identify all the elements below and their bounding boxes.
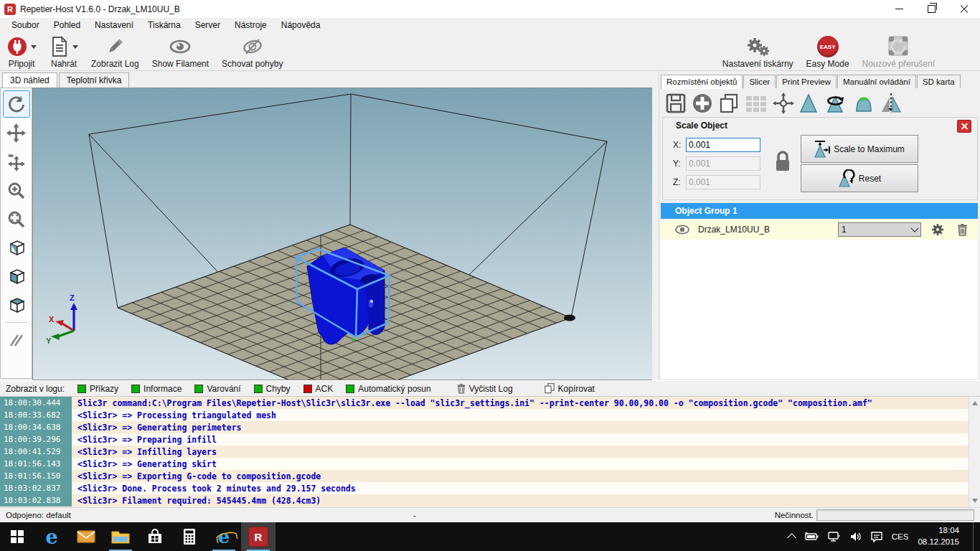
isometric-view-tool[interactable] — [3, 234, 30, 261]
info-checkbox[interactable] — [131, 385, 140, 393]
filter-errors[interactable]: Chyby — [254, 384, 291, 394]
menu-pohled[interactable]: Pohled — [47, 18, 88, 33]
taskbar-mail[interactable] — [69, 522, 103, 551]
scale-to-maximum-button[interactable]: Scale to Maximum — [801, 135, 918, 163]
scale-y-input[interactable] — [686, 156, 760, 171]
autoscroll-checkbox[interactable] — [346, 385, 354, 393]
tab-print-preview[interactable]: Print Preview — [776, 75, 837, 88]
front-view-tool[interactable] — [3, 263, 30, 290]
menu-napoveda[interactable]: Nápověda — [274, 18, 328, 33]
log-row[interactable]: 18:01:56.143<Slic3r> => Generating skirt — [0, 458, 980, 470]
delete-object-trash-icon[interactable] — [957, 223, 968, 236]
reset-scale-button[interactable]: Reset — [801, 164, 918, 192]
network-icon[interactable] — [828, 532, 841, 542]
errors-checkbox[interactable] — [254, 385, 263, 393]
tab-3d-preview[interactable]: 3D náhled — [2, 72, 57, 88]
taskbar-clock[interactable]: 18:04 08.12.2015 — [918, 525, 959, 547]
object-list-row[interactable]: Drzak_LM10UU_B 1 — [661, 219, 978, 240]
3d-viewport[interactable]: Z X Y — [32, 88, 653, 380]
log-row[interactable]: 18:00:30.444Slic3r command:C:\Program Fi… — [0, 397, 980, 409]
show-log-button[interactable]: Zobrazit Log — [85, 33, 146, 70]
commands-checkbox[interactable] — [77, 385, 86, 393]
log-row[interactable]: 18:03:02.837<Slic3r> Done. Process took … — [0, 482, 980, 494]
zoom-in-tool[interactable] — [3, 176, 30, 204]
scroll-up-icon[interactable] — [972, 401, 978, 405]
load-dropdown-icon[interactable] — [72, 45, 78, 49]
tray-expand-icon[interactable] — [787, 533, 796, 542]
filter-ack[interactable]: ACK — [303, 384, 334, 394]
move-view-tool[interactable] — [3, 119, 30, 146]
save-icon[interactable] — [665, 93, 687, 114]
easy-mode-button[interactable]: EASY Easy Mode — [800, 33, 856, 70]
panel-splitter[interactable] — [652, 71, 659, 380]
log-row[interactable]: 18:00:41.529<Slic3r> => Infilling layers — [0, 446, 980, 458]
show-filament-button[interactable]: Show Filament — [146, 33, 215, 70]
volume-icon[interactable] — [850, 532, 862, 542]
add-object-icon[interactable] — [692, 93, 713, 114]
tab-object-placement[interactable]: Rozmístění objektů — [661, 75, 743, 89]
load-button[interactable]: Nahrát — [43, 33, 85, 70]
ack-checkbox[interactable] — [303, 385, 312, 393]
object-settings-gear-icon[interactable] — [931, 223, 944, 236]
filter-autoscroll[interactable]: Automatický posun — [346, 384, 430, 394]
log-scrollbar[interactable] — [969, 397, 980, 507]
log-row[interactable]: 18:03:02.838<Slic3r> Filament required: … — [0, 494, 980, 507]
connect-button[interactable]: Připojit — [0, 33, 43, 70]
center-object-icon[interactable] — [773, 93, 794, 114]
menu-nastaveni[interactable]: Nastavení — [88, 18, 141, 33]
taskbar-calculator[interactable] — [172, 522, 207, 551]
tab-manual-control[interactable]: Manuální ovládání — [837, 75, 916, 88]
minimize-button[interactable] — [883, 0, 915, 18]
object-group-header[interactable]: Object Group 1 — [661, 203, 978, 219]
log-row[interactable]: 18:00:33.682<Slic3r> => Processing trian… — [0, 409, 980, 421]
mirror-object-icon[interactable] — [880, 93, 902, 114]
move-object-tool[interactable] — [3, 148, 30, 175]
action-center-icon[interactable] — [871, 532, 882, 542]
taskbar-edge[interactable]: e — [34, 522, 69, 551]
scale-z-input[interactable] — [686, 175, 760, 189]
menu-server[interactable]: Server — [188, 18, 227, 33]
taskbar-repetier-host[interactable]: R — [241, 522, 275, 551]
log-row[interactable]: 18:01:56.150<Slic3r> => Exporting G-code… — [0, 470, 980, 482]
filter-commands[interactable]: Příkazy — [77, 384, 118, 394]
start-button[interactable] — [0, 522, 34, 551]
taskbar-store[interactable] — [138, 522, 172, 551]
copy-object-icon[interactable] — [718, 93, 740, 114]
show-desktop-button[interactable] — [973, 522, 977, 551]
zoom-fit-tool[interactable] — [3, 205, 30, 232]
warnings-checkbox[interactable] — [194, 385, 203, 393]
tab-sd-card[interactable]: SD karta — [917, 75, 961, 88]
scale-object-icon[interactable] — [799, 93, 818, 114]
copies-dropdown[interactable]: 1 — [838, 222, 921, 237]
clear-log-button[interactable]: Vyčistit Log — [457, 383, 513, 394]
printer-settings-button[interactable]: Nastavení tiskárny — [716, 33, 800, 70]
parallel-projection-tool[interactable] — [3, 326, 30, 354]
log-row[interactable]: 18:00:39.296<Slic3r> => Preparing infill — [0, 433, 980, 446]
scale-panel-close-button[interactable] — [957, 120, 971, 133]
copy-log-button[interactable]: Kopírovat — [545, 383, 595, 394]
scroll-down-icon[interactable] — [972, 499, 978, 503]
tab-slicer[interactable]: Slicer — [743, 75, 776, 88]
rotate-view-tool[interactable] — [3, 90, 30, 118]
taskbar-explorer[interactable] — [103, 522, 138, 551]
log-row[interactable]: 18:00:34.638<Slic3r> => Generating perim… — [0, 421, 980, 433]
close-button[interactable] — [948, 0, 980, 18]
language-indicator[interactable]: CES — [892, 532, 909, 541]
menu-tiskarna[interactable]: Tiskárna — [141, 18, 188, 33]
hide-moves-button[interactable]: Schovat pohyby — [215, 33, 289, 70]
connect-dropdown-icon[interactable] — [31, 45, 37, 49]
taskbar-internet-explorer[interactable]: e — [207, 522, 241, 551]
lock-icon[interactable] — [773, 149, 793, 174]
rotate-object-icon[interactable] — [823, 93, 847, 114]
visibility-eye-icon[interactable] — [675, 225, 689, 235]
filter-info[interactable]: Informace — [131, 384, 182, 394]
restore-button[interactable] — [915, 0, 948, 18]
menu-nastroje[interactable]: Nástroje — [227, 18, 274, 33]
log-output[interactable]: 18:00:30.444Slic3r command:C:\Program Fi… — [0, 397, 980, 508]
battery-icon[interactable] — [804, 532, 819, 541]
lay-flat-icon[interactable] — [852, 93, 875, 114]
menu-soubor[interactable]: Soubor — [4, 18, 47, 33]
top-view-tool[interactable] — [3, 291, 30, 319]
tab-temperature-curve[interactable]: Teplotní křivka — [59, 72, 130, 88]
filter-warnings[interactable]: Varování — [194, 384, 240, 394]
